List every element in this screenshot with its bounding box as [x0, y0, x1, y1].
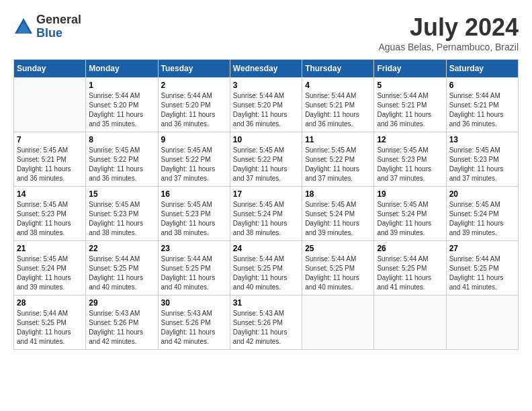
title-section: July 2024 Aguas Belas, Pernambuco, Brazi… — [378, 13, 519, 52]
month-title: July 2024 — [378, 13, 519, 42]
day-info: Sunrise: 5:43 AM Sunset: 5:26 PM Dayligh… — [161, 309, 227, 347]
day-number: 26 — [377, 244, 443, 253]
day-info: Sunrise: 5:45 AM Sunset: 5:23 PM Dayligh… — [17, 200, 83, 238]
day-number: 7 — [17, 135, 83, 144]
day-info: Sunrise: 5:44 AM Sunset: 5:21 PM Dayligh… — [305, 91, 371, 129]
calendar-table: SundayMondayTuesdayWednesdayThursdayFrid… — [13, 59, 519, 350]
day-info: Sunrise: 5:44 AM Sunset: 5:25 PM Dayligh… — [305, 255, 371, 292]
logo: General Blue — [13, 13, 81, 40]
day-info: Sunrise: 5:45 AM Sunset: 5:22 PM Dayligh… — [233, 146, 299, 183]
calendar-day-header: Thursday — [302, 60, 374, 78]
calendar-day-cell: 3Sunrise: 5:44 AM Sunset: 5:20 PM Daylig… — [230, 78, 302, 132]
calendar-week-row: 28Sunrise: 5:44 AM Sunset: 5:25 PM Dayli… — [14, 295, 519, 350]
location-text: Aguas Belas, Pernambuco, Brazil — [378, 42, 519, 52]
calendar-day-cell: 14Sunrise: 5:45 AM Sunset: 5:23 PM Dayli… — [14, 187, 86, 241]
calendar-day-cell: 21Sunrise: 5:45 AM Sunset: 5:24 PM Dayli… — [14, 241, 86, 295]
day-info: Sunrise: 5:43 AM Sunset: 5:26 PM Dayligh… — [233, 309, 299, 347]
day-number: 23 — [161, 244, 227, 253]
day-number: 6 — [449, 81, 515, 90]
calendar-day-cell: 15Sunrise: 5:45 AM Sunset: 5:23 PM Dayli… — [86, 187, 158, 241]
day-number: 18 — [305, 189, 371, 199]
day-info: Sunrise: 5:44 AM Sunset: 5:25 PM Dayligh… — [161, 255, 227, 292]
day-number: 25 — [305, 244, 371, 253]
day-info: Sunrise: 5:45 AM Sunset: 5:24 PM Dayligh… — [305, 200, 371, 238]
calendar-day-header: Saturday — [446, 60, 518, 78]
calendar-day-cell: 29Sunrise: 5:43 AM Sunset: 5:26 PM Dayli… — [86, 295, 158, 350]
calendar-day-header: Friday — [374, 60, 446, 78]
calendar-day-cell: 2Sunrise: 5:44 AM Sunset: 5:20 PM Daylig… — [158, 78, 230, 132]
calendar-day-cell: 28Sunrise: 5:44 AM Sunset: 5:25 PM Dayli… — [14, 295, 86, 350]
day-number: 28 — [17, 298, 83, 308]
calendar-day-cell: 8Sunrise: 5:45 AM Sunset: 5:22 PM Daylig… — [86, 132, 158, 187]
day-number: 20 — [449, 189, 515, 199]
calendar-day-cell: 31Sunrise: 5:43 AM Sunset: 5:26 PM Dayli… — [230, 295, 302, 350]
day-info: Sunrise: 5:44 AM Sunset: 5:21 PM Dayligh… — [377, 91, 443, 129]
calendar-day-cell: 1Sunrise: 5:44 AM Sunset: 5:20 PM Daylig… — [86, 78, 158, 132]
calendar-day-cell: 12Sunrise: 5:45 AM Sunset: 5:23 PM Dayli… — [374, 132, 446, 187]
day-number: 12 — [377, 135, 443, 144]
day-info: Sunrise: 5:45 AM Sunset: 5:24 PM Dayligh… — [17, 255, 83, 292]
calendar-day-cell: 16Sunrise: 5:45 AM Sunset: 5:23 PM Dayli… — [158, 187, 230, 241]
day-number: 14 — [17, 189, 83, 199]
calendar-day-cell: 9Sunrise: 5:45 AM Sunset: 5:22 PM Daylig… — [158, 132, 230, 187]
day-number: 15 — [89, 189, 154, 199]
day-number: 24 — [233, 244, 299, 253]
day-info: Sunrise: 5:45 AM Sunset: 5:24 PM Dayligh… — [449, 200, 515, 238]
day-number: 4 — [305, 81, 371, 90]
calendar-week-row: 7Sunrise: 5:45 AM Sunset: 5:21 PM Daylig… — [14, 132, 519, 187]
day-info: Sunrise: 5:44 AM Sunset: 5:20 PM Dayligh… — [161, 91, 227, 129]
day-info: Sunrise: 5:45 AM Sunset: 5:23 PM Dayligh… — [89, 200, 154, 238]
calendar-header-row: SundayMondayTuesdayWednesdayThursdayFrid… — [14, 60, 519, 78]
calendar-day-cell: 11Sunrise: 5:45 AM Sunset: 5:22 PM Dayli… — [302, 132, 374, 187]
day-info: Sunrise: 5:45 AM Sunset: 5:22 PM Dayligh… — [305, 146, 371, 183]
day-number: 1 — [89, 81, 154, 90]
day-info: Sunrise: 5:44 AM Sunset: 5:21 PM Dayligh… — [449, 91, 515, 129]
day-number: 21 — [17, 244, 83, 253]
calendar-day-header: Wednesday — [230, 60, 302, 78]
calendar-week-row: 21Sunrise: 5:45 AM Sunset: 5:24 PM Dayli… — [14, 241, 519, 295]
calendar-day-cell: 18Sunrise: 5:45 AM Sunset: 5:24 PM Dayli… — [302, 187, 374, 241]
day-number: 9 — [161, 135, 227, 144]
calendar-day-cell — [14, 78, 86, 132]
day-number: 22 — [89, 244, 154, 253]
calendar-day-cell — [374, 295, 446, 350]
calendar-day-cell: 17Sunrise: 5:45 AM Sunset: 5:24 PM Dayli… — [230, 187, 302, 241]
day-info: Sunrise: 5:44 AM Sunset: 5:25 PM Dayligh… — [377, 255, 443, 292]
day-number: 19 — [377, 189, 443, 199]
calendar-week-row: 14Sunrise: 5:45 AM Sunset: 5:23 PM Dayli… — [14, 187, 519, 241]
calendar-day-cell — [302, 295, 374, 350]
day-info: Sunrise: 5:45 AM Sunset: 5:23 PM Dayligh… — [377, 146, 443, 183]
day-info: Sunrise: 5:44 AM Sunset: 5:25 PM Dayligh… — [89, 255, 154, 292]
day-number: 13 — [449, 135, 515, 144]
day-info: Sunrise: 5:45 AM Sunset: 5:24 PM Dayligh… — [233, 200, 299, 238]
day-number: 10 — [233, 135, 299, 144]
calendar-day-header: Sunday — [14, 60, 86, 78]
calendar-week-row: 1Sunrise: 5:44 AM Sunset: 5:20 PM Daylig… — [14, 78, 519, 132]
day-info: Sunrise: 5:44 AM Sunset: 5:20 PM Dayligh… — [233, 91, 299, 129]
calendar-day-cell: 30Sunrise: 5:43 AM Sunset: 5:26 PM Dayli… — [158, 295, 230, 350]
calendar-day-cell: 7Sunrise: 5:45 AM Sunset: 5:21 PM Daylig… — [14, 132, 86, 187]
day-info: Sunrise: 5:45 AM Sunset: 5:21 PM Dayligh… — [17, 146, 83, 183]
day-info: Sunrise: 5:44 AM Sunset: 5:25 PM Dayligh… — [449, 255, 515, 292]
day-info: Sunrise: 5:44 AM Sunset: 5:25 PM Dayligh… — [17, 309, 83, 347]
day-info: Sunrise: 5:45 AM Sunset: 5:22 PM Dayligh… — [161, 146, 227, 183]
calendar-day-header: Monday — [86, 60, 158, 78]
day-info: Sunrise: 5:45 AM Sunset: 5:23 PM Dayligh… — [161, 200, 227, 238]
calendar-day-cell: 4Sunrise: 5:44 AM Sunset: 5:21 PM Daylig… — [302, 78, 374, 132]
calendar-day-cell: 19Sunrise: 5:45 AM Sunset: 5:24 PM Dayli… — [374, 187, 446, 241]
day-number: 29 — [89, 298, 154, 308]
day-info: Sunrise: 5:43 AM Sunset: 5:26 PM Dayligh… — [89, 309, 154, 347]
calendar-day-cell: 5Sunrise: 5:44 AM Sunset: 5:21 PM Daylig… — [374, 78, 446, 132]
day-number: 31 — [233, 298, 299, 308]
day-info: Sunrise: 5:45 AM Sunset: 5:23 PM Dayligh… — [449, 146, 515, 183]
day-number: 2 — [161, 81, 227, 90]
day-number: 27 — [449, 244, 515, 253]
calendar-day-cell: 20Sunrise: 5:45 AM Sunset: 5:24 PM Dayli… — [446, 187, 518, 241]
day-number: 3 — [233, 81, 299, 90]
logo-general-text: General — [36, 13, 81, 27]
calendar-day-cell: 22Sunrise: 5:44 AM Sunset: 5:25 PM Dayli… — [86, 241, 158, 295]
calendar-day-cell: 27Sunrise: 5:44 AM Sunset: 5:25 PM Dayli… — [446, 241, 518, 295]
day-number: 8 — [89, 135, 154, 144]
day-number: 5 — [377, 81, 443, 90]
calendar-day-header: Tuesday — [158, 60, 230, 78]
